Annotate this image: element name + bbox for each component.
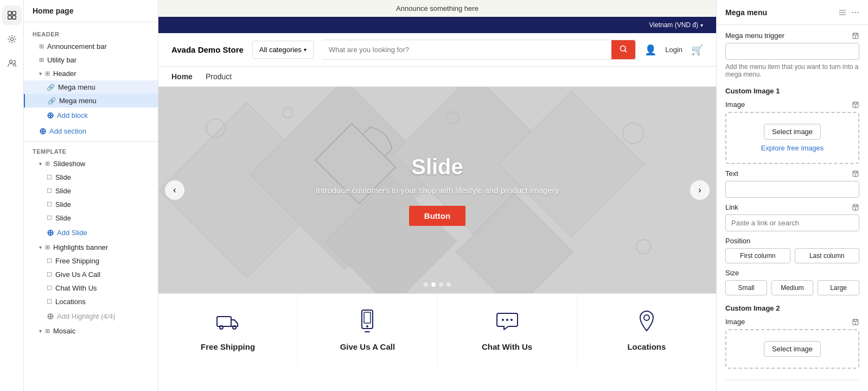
store-preview: Announce something here Vietnam (VND đ) …: [158, 0, 716, 391]
sidebar-slideshow-label: Slideshow: [53, 160, 85, 168]
large-btn[interactable]: Large: [818, 280, 859, 295]
nav-product[interactable]: Product: [206, 72, 232, 81]
add-block-link[interactable]: ⊕ Add block: [24, 108, 158, 123]
slide-dot-3[interactable]: [439, 282, 443, 287]
sidebar-item-mosaic[interactable]: ▾ ⊞ Mosaic: [24, 324, 158, 338]
slide-dot-4[interactable]: [446, 282, 451, 287]
slide-dot-2[interactable]: [431, 282, 436, 287]
locale-chevron: ▾: [700, 22, 703, 28]
sidebar-free-shipping-label: Free Shipping: [55, 257, 99, 265]
sidebar-item-highlights-banner[interactable]: ▾ ⊞ Highlights banner: [24, 241, 158, 254]
svg-point-21: [233, 326, 236, 329]
sidebar-slide-1-label: Slide: [55, 173, 71, 181]
svg-point-15: [283, 108, 293, 118]
dots-menu-btn[interactable]: ···: [851, 7, 859, 18]
add-highlight-label: Add Highlight (4/4): [57, 312, 116, 320]
search-input[interactable]: [322, 41, 611, 58]
image-label-text: Image: [725, 100, 745, 109]
select-image-btn-2[interactable]: Select image: [764, 341, 821, 357]
sidebar-slide-3-label: Slide: [55, 200, 71, 209]
locations-label: Locations: [627, 342, 666, 351]
slide-button[interactable]: Button: [409, 206, 465, 226]
svg-point-24: [366, 325, 368, 327]
slide-title: Slide: [316, 155, 559, 179]
store-logo: Avada Demo Store: [171, 45, 244, 54]
svg-point-18: [636, 239, 651, 254]
layout-icon: ⊞: [39, 43, 44, 50]
slideshow-content: Slide Introduce customers to your shop w…: [316, 155, 559, 226]
locations-highlight-icon: [635, 309, 659, 338]
sidebar-mega-menu-2-label: Mega menu: [59, 97, 97, 105]
sidebar-item-mega-menu-2[interactable]: 🔗 Mega menu: [24, 94, 158, 108]
sidebar-slide-3[interactable]: ☐ Slide: [24, 198, 158, 211]
position-group: First column Last column: [725, 248, 859, 263]
panel-sidebar: Home page Header ⊞ Announcement bar ⊞ Ut…: [24, 0, 158, 391]
add-slide-label: Add Slide: [57, 229, 87, 237]
medium-btn[interactable]: Medium: [771, 280, 813, 295]
text-input[interactable]: [725, 181, 859, 198]
slide-dot-1[interactable]: [424, 282, 428, 287]
add-section-link[interactable]: ⊕ Add section: [24, 123, 158, 139]
category-label: All categories: [259, 46, 302, 54]
login-text[interactable]: Login: [665, 46, 682, 54]
add-slide-link[interactable]: ⊕ Add Slide: [24, 225, 158, 241]
slide-arrow-right[interactable]: ›: [690, 180, 710, 200]
link-icon-2: 🔗: [48, 97, 56, 105]
search-button[interactable]: [611, 40, 635, 59]
slide-subtitle: Introduce customers to your shop with li…: [316, 186, 559, 195]
users-icon-btn[interactable]: [2, 53, 22, 73]
sidebar-slide-2[interactable]: ☐ Slide: [24, 184, 158, 198]
highlight-chat-with-us: Chat With Us: [438, 294, 577, 367]
explore-free-images-link-1[interactable]: Explore free images: [761, 144, 824, 152]
first-column-btn[interactable]: First column: [725, 248, 790, 263]
sidebar-locations[interactable]: ☐ Locations: [24, 295, 158, 308]
select-image-btn-1[interactable]: Select image: [764, 124, 821, 140]
settings-icon-btn[interactable]: [2, 29, 22, 49]
category-chevron: ▾: [304, 47, 307, 53]
sidebar-item-slideshow[interactable]: ▾ ⊞ Slideshow: [24, 157, 158, 171]
sidebar-item-mega-menu-1[interactable]: 🔗 Mega menu: [24, 80, 158, 94]
layout-icon-btn[interactable]: [2, 5, 22, 25]
cart-icon[interactable]: 🛒: [691, 44, 703, 56]
panel-content: Header ⊞ Announcement bar ⊞ Utility bar …: [24, 22, 158, 391]
nav-home[interactable]: Home: [171, 72, 193, 81]
mosaic-icon: ⊞: [45, 327, 50, 335]
sidebar-chat-with-us[interactable]: ☐ Chat With Us: [24, 281, 158, 295]
link-save-icon: [852, 204, 859, 211]
highlight-give-us-call: Give Us A Call: [298, 294, 437, 367]
locale-nav: Vietnam (VND đ) ▾: [158, 17, 716, 33]
save-icon-btn[interactable]: [838, 8, 847, 17]
announcement-text: Announce something here: [396, 4, 478, 12]
sidebar-slide-1[interactable]: ☐ Slide: [24, 171, 158, 184]
chat-icon: ☐: [47, 285, 52, 292]
last-column-btn[interactable]: Last column: [795, 248, 860, 263]
category-select[interactable]: All categories ▾: [252, 41, 314, 59]
svg-point-28: [644, 315, 649, 320]
sidebar-item-announcement-label: Announcement bar: [47, 42, 107, 51]
highlight-free-shipping: Free Shipping: [158, 294, 298, 367]
sidebar-item-header[interactable]: ▾ ⊞ Header: [24, 67, 158, 80]
custom-image-1-section: Custom Image 1 Image Select image Explor…: [725, 87, 859, 295]
slide-arrow-left[interactable]: ‹: [165, 180, 184, 200]
sidebar-item-utility-bar[interactable]: ⊞ Utility bar: [24, 53, 158, 67]
size-label-text: Size: [725, 269, 739, 277]
locations-icon: ☐: [47, 298, 52, 305]
chat-with-us-label: Chat With Us: [482, 342, 532, 351]
free-shipping-label: Free Shipping: [201, 342, 255, 351]
trigger-input[interactable]: [725, 43, 859, 60]
sidebar-item-announcement-bar[interactable]: ⊞ Announcement bar: [24, 40, 158, 53]
image2-field-label: Image: [725, 318, 859, 326]
sidebar-give-us-call[interactable]: ☐ Give Us A Call: [24, 268, 158, 281]
sidebar-slide-4[interactable]: ☐ Slide: [24, 211, 158, 225]
position-field-label: Position: [725, 237, 859, 245]
panel-title: Home page: [24, 0, 158, 22]
add-highlight-link[interactable]: ⊕ Add Highlight (4/4): [24, 308, 158, 324]
link-input[interactable]: [725, 215, 859, 231]
add-section-label: Add section: [49, 127, 86, 135]
svg-point-26: [506, 319, 508, 321]
small-btn[interactable]: Small: [725, 280, 767, 295]
sidebar-free-shipping[interactable]: ☐ Free Shipping: [24, 254, 158, 268]
svg-point-20: [220, 326, 223, 329]
header-actions: 👤 Login 🛒: [644, 44, 703, 56]
position-label-text: Position: [725, 237, 750, 245]
